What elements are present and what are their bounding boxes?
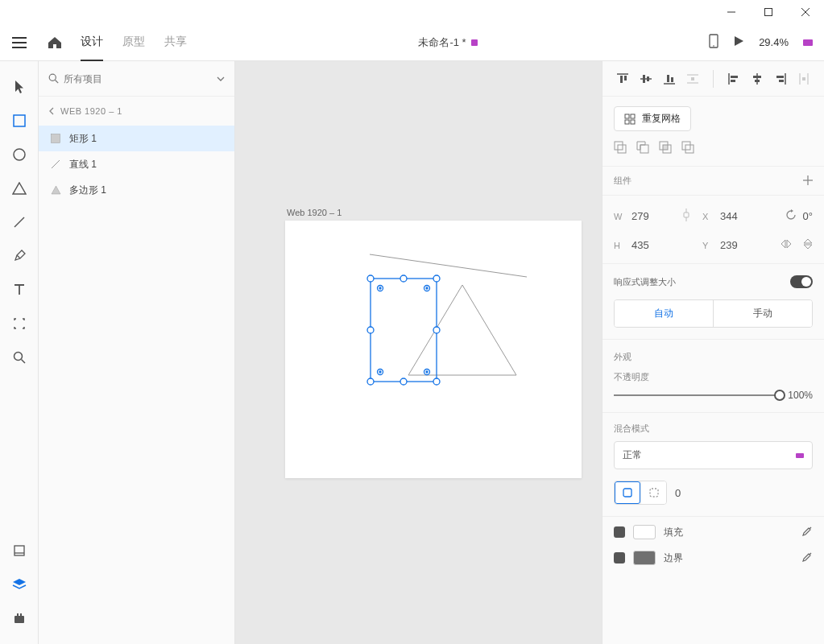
exclude-op-icon[interactable] — [681, 141, 694, 156]
fill-label: 填充 — [664, 526, 683, 539]
align-left-button[interactable] — [723, 68, 743, 90]
opacity-slider[interactable] — [614, 394, 780, 396]
artboard-label[interactable]: Web 1920 – 1 — [287, 208, 342, 217]
window-minimize-button[interactable] — [713, 0, 750, 24]
border-enabled-checkbox[interactable] — [614, 552, 625, 564]
layer-item-line[interactable]: 直线 1 — [39, 151, 234, 177]
tool-column — [0, 61, 39, 644]
line-layer-icon — [50, 159, 61, 170]
blend-mode-section: 混合模式 正常 0 — [602, 413, 824, 517]
line-tool[interactable] — [3, 206, 35, 238]
pen-tool[interactable] — [3, 240, 35, 272]
svg-rect-9 — [14, 115, 25, 126]
svg-point-27 — [433, 275, 440, 282]
blend-mode-select[interactable]: 正常 — [614, 441, 813, 469]
svg-rect-43 — [624, 76, 627, 80]
align-hcenter-button[interactable] — [747, 68, 767, 90]
layers-breadcrumb[interactable]: WEB 1920 – 1 — [39, 97, 234, 126]
svg-rect-58 — [755, 80, 760, 82]
zoom-level[interactable]: 29.4% — [759, 36, 789, 48]
svg-point-8 — [713, 45, 714, 47]
device-preview-button[interactable] — [709, 34, 718, 51]
repeat-grid-button[interactable]: 重复网格 — [614, 106, 691, 131]
chevron-left-icon — [48, 107, 54, 115]
layers-list: 矩形 1 直线 1 多边形 1 — [39, 126, 234, 203]
x-input[interactable]: 344 — [720, 210, 759, 222]
svg-point-32 — [433, 378, 440, 385]
layers-search-input[interactable] — [64, 73, 212, 85]
zoom-tool[interactable] — [3, 341, 35, 374]
assets-panel-button[interactable] — [3, 535, 35, 567]
align-bottom-button[interactable] — [660, 68, 680, 90]
layers-panel-button[interactable] — [3, 568, 35, 601]
chevron-down-icon[interactable] — [217, 76, 225, 81]
lock-aspect-icon[interactable] — [677, 207, 696, 225]
layer-item-polygon[interactable]: 多边形 1 — [39, 177, 234, 203]
plugins-panel-button[interactable] — [3, 602, 35, 634]
svg-rect-16 — [14, 616, 24, 623]
artboard[interactable] — [285, 221, 582, 478]
corner-each-button[interactable] — [640, 481, 666, 504]
subtract-op-icon[interactable] — [636, 141, 649, 156]
polygon-tool[interactable] — [3, 172, 35, 204]
width-input[interactable]: 279 — [631, 210, 670, 222]
align-vcenter-button[interactable] — [636, 68, 656, 90]
flip-h-icon[interactable] — [781, 239, 792, 251]
align-top-button[interactable] — [612, 68, 632, 90]
home-button[interactable] — [39, 36, 71, 49]
intersect-op-icon[interactable] — [659, 141, 672, 156]
add-component-button[interactable] — [803, 175, 813, 187]
tab-share[interactable]: 共享 — [164, 24, 187, 61]
rotation-icon[interactable] — [785, 209, 797, 223]
opacity-value[interactable]: 100% — [788, 390, 813, 401]
responsive-auto-button[interactable]: 自动 — [615, 300, 713, 327]
tab-prototype[interactable]: 原型 — [122, 24, 145, 61]
corner-radius-input[interactable]: 0 — [675, 487, 681, 499]
svg-rect-42 — [620, 76, 623, 83]
artboard-tool[interactable] — [3, 308, 35, 340]
window-maximize-button[interactable] — [750, 0, 787, 24]
svg-rect-69 — [615, 142, 623, 150]
align-right-button[interactable] — [771, 68, 791, 90]
border-eyedropper-icon[interactable] — [801, 551, 813, 565]
svg-rect-71 — [640, 145, 648, 153]
responsive-mode-segment[interactable]: 自动 手动 — [614, 299, 813, 328]
svg-rect-61 — [779, 80, 784, 82]
canvas-area[interactable]: Web 1920 – 1 — [235, 61, 602, 644]
layer-item-rect[interactable]: 矩形 1 — [39, 126, 234, 151]
distribute-h-button[interactable] — [794, 68, 814, 90]
border-color-swatch[interactable] — [633, 551, 656, 565]
fill-enabled-checkbox[interactable] — [614, 526, 625, 538]
responsive-manual-button[interactable]: 手动 — [713, 300, 812, 327]
add-op-icon[interactable] — [614, 141, 627, 156]
tab-design[interactable]: 设计 — [81, 24, 103, 61]
responsive-toggle[interactable] — [790, 275, 813, 288]
svg-rect-68 — [631, 120, 635, 124]
flip-v-icon[interactable] — [803, 238, 813, 252]
ellipse-tool[interactable] — [3, 138, 35, 171]
rotation-input[interactable]: 0° — [803, 210, 813, 222]
responsive-section: 响应式调整大小 自动 手动 — [602, 264, 824, 340]
border-row: 边界 — [602, 547, 824, 573]
svg-rect-49 — [671, 77, 673, 82]
window-close-button[interactable] — [787, 0, 824, 24]
svg-rect-57 — [753, 76, 761, 78]
fill-color-swatch[interactable] — [633, 525, 656, 539]
select-tool[interactable] — [3, 71, 35, 103]
hamburger-menu-button[interactable] — [0, 37, 39, 48]
play-preview-button[interactable] — [733, 35, 744, 49]
rectangle-tool[interactable] — [3, 105, 35, 137]
properties-panel: 重复网格 组件 W 279 X 344 0° — [602, 61, 824, 644]
corner-all-button[interactable] — [615, 481, 640, 504]
distribute-v-button[interactable] — [683, 68, 703, 90]
fill-eyedropper-icon[interactable] — [801, 526, 813, 539]
svg-line-23 — [370, 254, 527, 277]
corner-mode-group[interactable] — [614, 481, 667, 505]
cloud-doc-icon[interactable] — [803, 39, 813, 46]
height-input[interactable]: 435 — [631, 239, 670, 251]
svg-rect-75 — [682, 142, 690, 150]
text-tool[interactable] — [3, 274, 35, 306]
svg-rect-65 — [625, 114, 629, 118]
svg-rect-14 — [14, 546, 24, 555]
y-input[interactable]: 239 — [720, 239, 759, 251]
